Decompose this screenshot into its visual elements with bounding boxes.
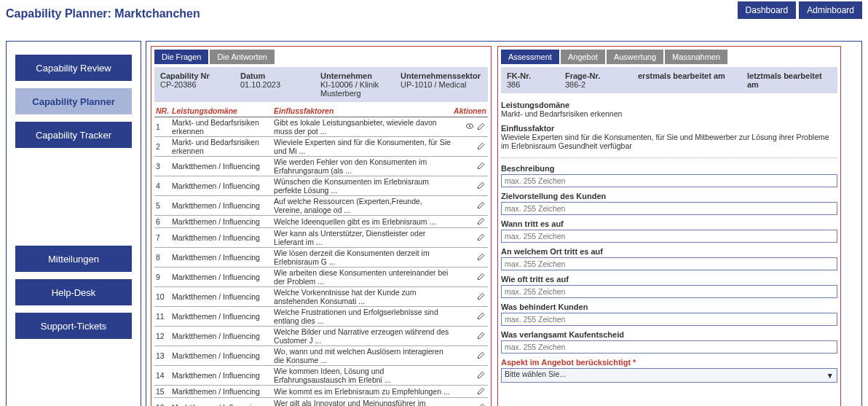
tab-angebot[interactable]: Angebot xyxy=(561,50,605,64)
table-row[interactable]: 7Marktthemen / InfluencingWer kann als U… xyxy=(154,228,488,248)
capability-info-bar: Capability NrCP-20386 Datum01.10.2023 Un… xyxy=(154,67,488,102)
cell-actions xyxy=(452,366,488,386)
table-row[interactable]: 9Marktthemen / InfluencingWie arbeiten d… xyxy=(154,268,488,287)
table-row[interactable]: 8Marktthemen / InfluencingWie lösen derz… xyxy=(154,248,488,268)
edit-icon[interactable] xyxy=(476,181,486,190)
edit-icon[interactable] xyxy=(476,370,486,379)
field-label: Zielvorstellung des Kunden xyxy=(501,192,837,200)
field-input-1[interactable] xyxy=(501,202,837,215)
field-input-5[interactable] xyxy=(501,313,837,326)
field-input-2[interactable] xyxy=(501,230,837,243)
edit-icon[interactable] xyxy=(476,311,486,320)
cell-domain: Marktthemen / Influencing xyxy=(170,248,272,268)
questions-table: NR. Leistungsdomäne Einflussfaktoren Akt… xyxy=(154,105,488,406)
edit-icon[interactable] xyxy=(476,161,486,170)
sektor-value: UP-1010 / Medical xyxy=(401,80,482,89)
edit-icon[interactable] xyxy=(476,216,486,225)
table-row[interactable]: 10Marktthemen / InfluencingWelche Vorken… xyxy=(154,287,488,307)
sidebar-item-capability-tracker[interactable]: Capability Tracker xyxy=(15,122,132,148)
cell-faktor: Wie lösen derzeit die Konsumenten derzei… xyxy=(272,248,452,268)
sidebar-item-support-tickets[interactable]: Support-Tickets xyxy=(15,313,132,339)
cell-nr: 16 xyxy=(154,398,170,407)
edit-icon[interactable] xyxy=(476,141,486,150)
cell-domain: Marktthemen / Influencing xyxy=(170,196,272,216)
cell-nr: 15 xyxy=(154,386,170,398)
tab-die-fragen[interactable]: Die Fragen xyxy=(154,50,208,64)
edit-icon[interactable] xyxy=(476,272,486,281)
letz-label: letztmals bearbeitet am xyxy=(747,71,832,89)
edit-icon[interactable] xyxy=(476,252,486,261)
cell-faktor: Wünschen die Konsumenten im Erlebnisraum… xyxy=(272,176,452,196)
field-label: An welchem Ort tritt es auf xyxy=(501,247,837,256)
cell-domain: Markt- und Bedarfsrisiken erkennen xyxy=(170,117,272,137)
table-row[interactable]: 16Marktthemen / InfluencingWer gilt als … xyxy=(154,398,488,407)
cell-domain: Marktthemen / Influencing xyxy=(170,228,272,248)
table-row[interactable]: 5Marktthemen / InfluencingAuf welche Res… xyxy=(154,196,488,216)
frage-label: Frage-Nr. xyxy=(565,71,638,80)
field-input-6[interactable] xyxy=(501,340,837,354)
edit-icon[interactable] xyxy=(476,200,486,209)
field-input-4[interactable] xyxy=(501,285,837,298)
datum-label: Datum xyxy=(240,71,320,80)
view-icon[interactable] xyxy=(465,122,475,130)
cell-nr: 8 xyxy=(154,248,170,268)
fk-value: 386 xyxy=(507,80,565,89)
table-row[interactable]: 3Marktthemen / InfluencingWie werden Feh… xyxy=(154,157,488,176)
cell-faktor: Wo, wann und mit welchen Auslösern inter… xyxy=(272,346,452,366)
divider xyxy=(501,157,837,158)
edit-icon[interactable] xyxy=(476,402,486,406)
sidebar-item-help-desk[interactable]: Help-Desk xyxy=(15,279,132,305)
edit-icon[interactable] xyxy=(476,233,486,241)
field-input-3[interactable] xyxy=(501,257,837,270)
cell-domain: Marktthemen / Influencing xyxy=(170,268,272,287)
edit-icon[interactable] xyxy=(476,292,486,300)
tab-die-antworten[interactable]: Die Antworten xyxy=(210,50,274,64)
table-row[interactable]: 2Markt- und Bedarfsrisiken erkennenWievi… xyxy=(154,137,488,157)
edit-icon[interactable] xyxy=(476,331,486,340)
cell-nr: 2 xyxy=(154,137,170,157)
field-input-0[interactable] xyxy=(501,174,837,187)
cell-domain: Marktthemen / Influencing xyxy=(170,287,272,307)
tab-assessment[interactable]: Assessment xyxy=(501,50,559,64)
adminboard-button[interactable]: Adminboard xyxy=(799,1,862,19)
aspect-select[interactable]: Bitte wählen Sie... ▼ xyxy=(501,368,837,383)
table-row[interactable]: 14Marktthemen / InfluencingWie kommen Id… xyxy=(154,366,488,386)
col-domain: Leistungsdomäne xyxy=(170,105,272,117)
edit-icon[interactable] xyxy=(476,386,486,395)
field-label: Beschreibung xyxy=(501,164,837,173)
cell-nr: 9 xyxy=(154,268,170,287)
table-row[interactable]: 12Marktthemen / InfluencingWelche Bilder… xyxy=(154,327,488,346)
cell-nr: 12 xyxy=(154,327,170,346)
cell-domain: Marktthemen / Influencing xyxy=(170,346,272,366)
edit-icon[interactable] xyxy=(476,122,486,130)
assessment-info-bar: FK-Nr.386 Frage-Nr.386-2 erstmals bearbe… xyxy=(501,67,837,93)
tab-massnahmen[interactable]: Massnahmen xyxy=(665,50,727,64)
cell-actions xyxy=(452,268,488,287)
aspect-selected: Bitte wählen Sie... xyxy=(505,370,566,378)
einfluss-section-label: Einflussfaktor xyxy=(501,124,837,133)
table-row[interactable]: 1Markt- und Bedarfsrisiken erkennenGibt … xyxy=(154,117,488,137)
cell-faktor: Wie werden Fehler von den Konsumenten im… xyxy=(272,157,452,176)
cell-domain: Marktthemen / Influencing xyxy=(170,398,272,407)
table-row[interactable]: 4Marktthemen / InfluencingWünschen die K… xyxy=(154,176,488,196)
tab-auswertung[interactable]: Auswertung xyxy=(607,50,663,64)
cell-domain: Marktthemen / Influencing xyxy=(170,327,272,346)
cell-nr: 11 xyxy=(154,307,170,327)
sidebar-item-capability-review[interactable]: Capability Review xyxy=(15,55,132,81)
sidebar-item-mitteilungen[interactable]: Mitteilungen xyxy=(15,246,132,272)
dashboard-button[interactable]: Dashboard xyxy=(738,1,797,19)
table-row[interactable]: 6Marktthemen / InfluencingWelche Ideenqu… xyxy=(154,216,488,228)
table-row[interactable]: 13Marktthemen / InfluencingWo, wann und … xyxy=(154,346,488,366)
leistung-section-text: Markt- und Bedarfsrisiken erkennen xyxy=(501,109,837,118)
unternehmen-label: Unternehmen xyxy=(320,71,401,80)
cap-nr-label: Capability Nr xyxy=(160,71,240,80)
table-row[interactable]: 15Marktthemen / InfluencingWie kommt es … xyxy=(154,386,488,398)
sidebar-item-capability-planner[interactable]: Capability Planner xyxy=(15,88,132,114)
cell-faktor: Auf welche Ressourcen (Experten,Freunde,… xyxy=(272,196,452,216)
cell-domain: Marktthemen / Influencing xyxy=(170,157,272,176)
edit-icon[interactable] xyxy=(476,351,486,359)
cell-actions xyxy=(452,216,488,228)
cell-actions xyxy=(452,346,488,366)
table-row[interactable]: 11Marktthemen / InfluencingWelche Frustr… xyxy=(154,307,488,327)
cell-faktor: Gibt es lokale Leistungsanbieter, wievie… xyxy=(272,117,452,137)
